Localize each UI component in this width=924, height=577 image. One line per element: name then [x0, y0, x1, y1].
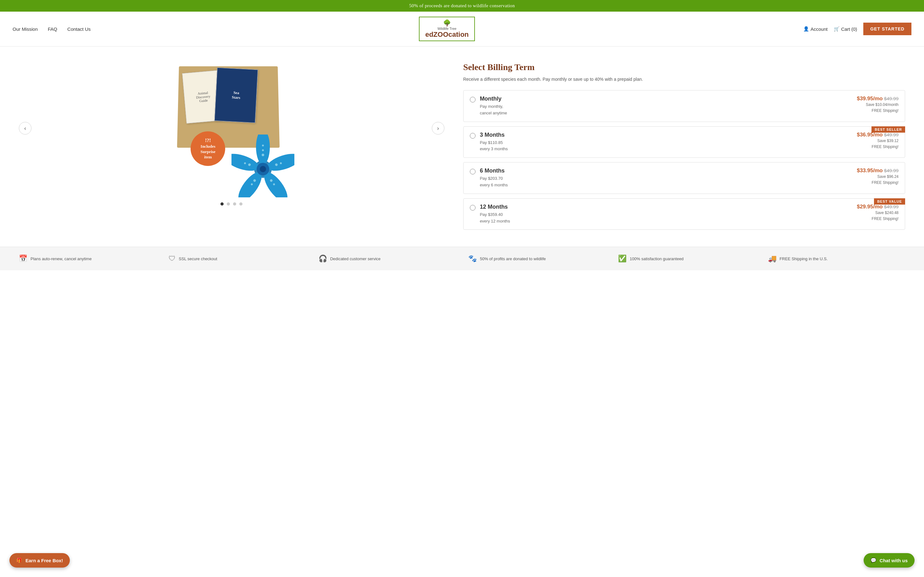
svg-point-6 [262, 154, 264, 156]
carousel-dot-1[interactable] [220, 202, 224, 206]
billing-option-monthly-label: Monthly [480, 95, 857, 102]
nav-our-mission[interactable]: Our Mission [13, 26, 38, 32]
trust-customer-service-text: Dedicated customer service [330, 256, 381, 261]
billing-option-3months-label: 3 Months [480, 132, 857, 138]
trust-item-wildlife: 🐾 50% of profits are donated to wildlife [468, 255, 606, 263]
svg-point-7 [262, 149, 264, 151]
billing-option-monthly-price: $39.95/mo $49.99 Save $10.04/month FREE … [857, 95, 898, 114]
billing-option-12months-detail: Pay $359.40 every 12 months [480, 211, 857, 225]
shield-icon: 🛡 [168, 255, 176, 263]
book-sea-stars: SeaStars [215, 68, 258, 123]
surprise-line2: Surprise [200, 149, 215, 155]
carousel-next-button[interactable]: › [432, 122, 444, 134]
svg-point-18 [260, 166, 266, 172]
surprise-badge: !?! Includes Surprise item [191, 131, 225, 166]
checkmark-icon: ✅ [618, 255, 627, 263]
6months-price-current: $33.95 [857, 168, 873, 174]
monthly-price-current: $39.95 [857, 95, 873, 102]
product-image: AnimalDiscoveryGuide SeaStars [165, 59, 297, 197]
billing-subtitle: Receive a different species each month. … [463, 76, 905, 83]
best-value-badge: BEST VALUE [874, 198, 905, 205]
cart-label: Cart (0) [841, 26, 857, 32]
billing-option-monthly[interactable]: Monthly Pay monthly, cancel anytime $39.… [463, 90, 905, 122]
billing-radio-6months[interactable] [470, 169, 475, 174]
trust-ssl-text: SSL secure checkout [179, 256, 217, 261]
nav-left: Our Mission FAQ Contact Us [13, 26, 90, 32]
trust-autorenew-text: Plans auto-renew, cancel anytime [31, 256, 92, 261]
12months-save: Save $240.48 FREE Shipping! [857, 210, 898, 222]
nav-faq[interactable]: FAQ [48, 26, 57, 32]
3months-save: Save $39.12 FREE Shipping! [857, 138, 898, 150]
billing-option-12months-label: 12 Months [480, 204, 857, 210]
best-seller-badge: BEST SELLER [871, 126, 905, 133]
navbar: Our Mission FAQ Contact Us 🌳 Wildlife Tr… [0, 11, 924, 47]
billing-radio-3months[interactable] [470, 133, 475, 139]
account-link[interactable]: 👤 Account [803, 26, 827, 32]
12months-price-old: $49.99 [884, 204, 898, 209]
billing-option-6months[interactable]: 6 Months Pay $203.70 every 6 months $33.… [463, 162, 905, 194]
paw-icon: 🐾 [468, 255, 477, 263]
nav-logo: 🌳 Wildlife Tree edZOOcation [419, 17, 475, 41]
billing-option-3months-price: $36.95/mo $49.99 Save $39.12 FREE Shippi… [857, 132, 898, 150]
trust-item-autorenew: 📅 Plans auto-renew, cancel anytime [19, 255, 156, 263]
main-content: ‹ AnimalDiscoveryGuide SeaStars [0, 47, 924, 247]
carousel-dot-4[interactable] [239, 202, 242, 206]
3months-price-old: $49.99 [884, 132, 898, 137]
truck-icon: 🚚 [768, 255, 777, 263]
billing-option-3months-detail: Pay $110.85 every 3 months [480, 140, 857, 153]
billing-radio-12months[interactable] [470, 205, 475, 211]
billing-area: Select Billing Term Receive a different … [463, 59, 905, 234]
billing-option-12months-content: 12 Months Pay $359.40 every 12 months [480, 204, 857, 225]
billing-title: Select Billing Term [463, 62, 905, 72]
billing-option-6months-content: 6 Months Pay $203.70 every 6 months [480, 168, 857, 189]
surprise-includes: Includes [201, 144, 215, 149]
carousel-dot-2[interactable] [227, 202, 230, 206]
headset-icon: 🎧 [318, 255, 327, 263]
billing-option-6months-label: 6 Months [480, 168, 857, 174]
svg-point-8 [262, 145, 264, 147]
surprise-line3: item [204, 155, 212, 160]
cart-icon: 🛒 [834, 26, 840, 32]
billing-option-monthly-content: Monthly Pay monthly, cancel anytime [480, 95, 857, 117]
carousel-dot-3[interactable] [233, 202, 236, 206]
nav-contact-us[interactable]: Contact Us [67, 26, 90, 32]
carousel-prev-button[interactable]: ‹ [19, 122, 31, 134]
tree-icon: 🌳 [425, 19, 468, 27]
calendar-icon: 📅 [19, 255, 27, 263]
banner-text: 50% of proceeds are donated to wildlife … [409, 3, 515, 8]
starfish-image [231, 134, 294, 197]
carousel-dots [220, 202, 242, 206]
billing-option-6months-detail: Pay $203.70 every 6 months [480, 176, 857, 189]
trust-item-satisfaction: ✅ 100% satisfaction guaranteed [618, 255, 755, 263]
trust-shipping-text: FREE Shipping in the U.S. [780, 256, 828, 261]
trust-bar: 📅 Plans auto-renew, cancel anytime 🛡 SSL… [0, 247, 924, 270]
3months-price-current: $36.95 [857, 132, 873, 138]
get-started-button[interactable]: GET STARTED [863, 23, 911, 35]
6months-save: Save $96.24 FREE Shipping! [857, 174, 898, 186]
billing-option-12months[interactable]: BEST VALUE 12 Months Pay $359.40 every 1… [463, 198, 905, 230]
monthly-save: Save $10.04/month FREE Shipping! [857, 102, 898, 114]
billing-option-monthly-detail: Pay monthly, cancel anytime [480, 103, 857, 117]
surprise-exclamation: !?! [205, 137, 211, 144]
trust-wildlife-text: 50% of profits are donated to wildlife [480, 256, 546, 261]
12months-price-current: $29.95 [857, 204, 873, 210]
billing-option-3months-content: 3 Months Pay $110.85 every 3 months [480, 132, 857, 153]
monthly-price-old: $49.99 [884, 96, 898, 101]
logo-top-text: Wildlife Tree [425, 27, 468, 31]
trust-satisfaction-text: 100% satisfaction guaranteed [630, 256, 683, 261]
billing-radio-monthly[interactable] [470, 97, 475, 102]
billing-option-12months-price: $29.95/mo $49.99 Save $240.48 FREE Shipp… [857, 204, 898, 222]
cart-link[interactable]: 🛒 Cart (0) [834, 26, 857, 32]
top-banner: 50% of proceeds are donated to wildlife … [0, 0, 924, 11]
trust-item-shipping: 🚚 FREE Shipping in the U.S. [768, 255, 905, 263]
trust-item-customer-service: 🎧 Dedicated customer service [318, 255, 456, 263]
account-label: Account [811, 26, 827, 32]
logo-main-text: edZOOcation [425, 31, 468, 39]
billing-option-3months[interactable]: BEST SELLER 3 Months Pay $110.85 every 3… [463, 126, 905, 158]
trust-item-ssl: 🛡 SSL secure checkout [168, 255, 306, 263]
billing-option-6months-price: $33.95/mo $49.99 Save $96.24 FREE Shippi… [857, 168, 898, 186]
product-area: ‹ AnimalDiscoveryGuide SeaStars [19, 59, 444, 206]
account-icon: 👤 [803, 26, 809, 32]
carousel: ‹ AnimalDiscoveryGuide SeaStars [19, 59, 444, 197]
nav-right: 👤 Account 🛒 Cart (0) GET STARTED [803, 23, 911, 35]
